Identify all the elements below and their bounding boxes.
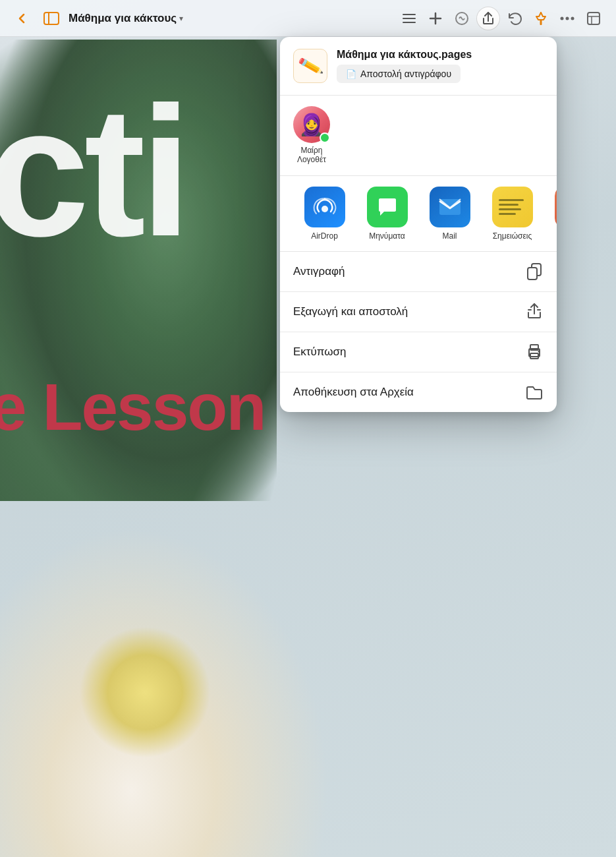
nav-right-actions bbox=[397, 7, 605, 30]
doc-title: Μάθημα για κάκτους bbox=[69, 12, 177, 25]
svg-rect-20 bbox=[528, 268, 537, 280]
send-copy-label: Αποστολή αντιγράφου bbox=[360, 69, 451, 79]
svg-point-14 bbox=[322, 206, 328, 212]
app-label-mail: Mail bbox=[442, 231, 457, 241]
menu-item-print[interactable]: Εκτύπωση bbox=[280, 332, 557, 372]
nav-bar: Μάθημα για κάκτους ▾ bbox=[0, 0, 616, 37]
svg-rect-0 bbox=[44, 13, 59, 24]
app-item-mail[interactable]: Mail bbox=[418, 187, 481, 241]
app-label-notes: Σημειώσεις bbox=[493, 231, 532, 241]
send-copy-button[interactable]: 📄 Αποστολή αντιγράφου bbox=[337, 65, 461, 83]
app-label-airdrop: AirDrop bbox=[311, 231, 338, 241]
print-icon bbox=[525, 343, 544, 361]
file-info: Μάθημα για κάκτους.pages 📄 Αποστολή αντι… bbox=[337, 49, 544, 83]
notes-icon bbox=[492, 187, 533, 227]
apps-section: AirDrop Μηνύματα bbox=[280, 176, 557, 252]
app-item-fr[interactable]: Fr... bbox=[544, 187, 557, 241]
notes-line-4 bbox=[499, 213, 516, 215]
notes-line-2 bbox=[499, 204, 518, 206]
share-panel: ✏️ Μάθημα για κάκτους.pages 📄 Αποστολή α… bbox=[280, 37, 557, 412]
svg-point-9 bbox=[566, 16, 569, 20]
sidebar-toggle-button[interactable] bbox=[40, 7, 63, 30]
back-button[interactable] bbox=[11, 7, 34, 30]
menu-item-export-label: Εξαγωγή και αποστολή bbox=[293, 305, 408, 318]
copy-icon bbox=[525, 262, 544, 281]
undo-button[interactable] bbox=[503, 7, 526, 30]
person-item[interactable]: 🧕 ΜαίρηΛογοθέτ bbox=[293, 106, 330, 165]
menu-item-print-label: Εκτύπωση bbox=[293, 345, 347, 359]
mail-icon bbox=[430, 187, 470, 227]
more-button[interactable] bbox=[555, 7, 579, 30]
avatar-wrapper: 🧕 bbox=[293, 106, 330, 143]
app-item-notes[interactable]: Σημειώσεις bbox=[481, 187, 544, 241]
svg-point-10 bbox=[571, 16, 574, 20]
flower-detail bbox=[79, 626, 211, 758]
fr-icon bbox=[555, 187, 557, 227]
folder-icon bbox=[525, 383, 544, 401]
export-icon bbox=[525, 303, 544, 321]
airdrop-icon bbox=[304, 187, 345, 227]
notes-line-1 bbox=[499, 199, 524, 201]
doc-title-chevron: ▾ bbox=[179, 14, 183, 23]
share-button[interactable] bbox=[476, 7, 500, 30]
pin-button[interactable] bbox=[529, 7, 553, 30]
add-button[interactable] bbox=[424, 7, 447, 30]
pages-pencil-icon: ✏️ bbox=[296, 53, 324, 80]
file-icon: ✏️ bbox=[293, 49, 327, 83]
menu-item-copy-label: Αντιγραφή bbox=[293, 265, 345, 278]
messages-icon bbox=[367, 187, 408, 227]
doc-copy-icon: 📄 bbox=[346, 69, 356, 79]
background-text-cti: cti bbox=[0, 79, 186, 264]
people-section: 🧕 ΜαίρηΛογοθέτ bbox=[280, 96, 557, 176]
file-header: ✏️ Μάθημα για κάκτους.pages 📄 Αποστολή α… bbox=[280, 37, 557, 96]
collab-button[interactable] bbox=[582, 7, 605, 30]
magic-button[interactable] bbox=[450, 7, 474, 30]
doc-title-area[interactable]: Μάθημα για κάκτους ▾ bbox=[69, 12, 392, 25]
app-label-messages: Μηνύματα bbox=[369, 231, 405, 241]
menu-item-export[interactable]: Εξαγωγή και αποστολή bbox=[280, 292, 557, 332]
menu-item-copy[interactable]: Αντιγραφή bbox=[280, 252, 557, 292]
background-text-lesson: e Lesson bbox=[0, 369, 266, 445]
person-name: ΜαίρηΛογοθέτ bbox=[297, 146, 326, 165]
app-item-airdrop[interactable]: AirDrop bbox=[293, 187, 356, 241]
menu-item-save[interactable]: Αποθήκευση στα Αρχεία bbox=[280, 372, 557, 412]
notes-line-3 bbox=[499, 208, 521, 210]
list-view-button[interactable] bbox=[397, 7, 421, 30]
app-item-messages[interactable]: Μηνύματα bbox=[356, 187, 418, 241]
svg-point-24 bbox=[538, 350, 540, 352]
svg-rect-11 bbox=[588, 13, 600, 24]
file-name: Μάθημα για κάκτους.pages bbox=[337, 49, 544, 61]
menu-item-save-label: Αποθήκευση στα Αρχεία bbox=[293, 386, 414, 399]
online-badge bbox=[320, 133, 330, 143]
svg-point-8 bbox=[561, 16, 564, 20]
